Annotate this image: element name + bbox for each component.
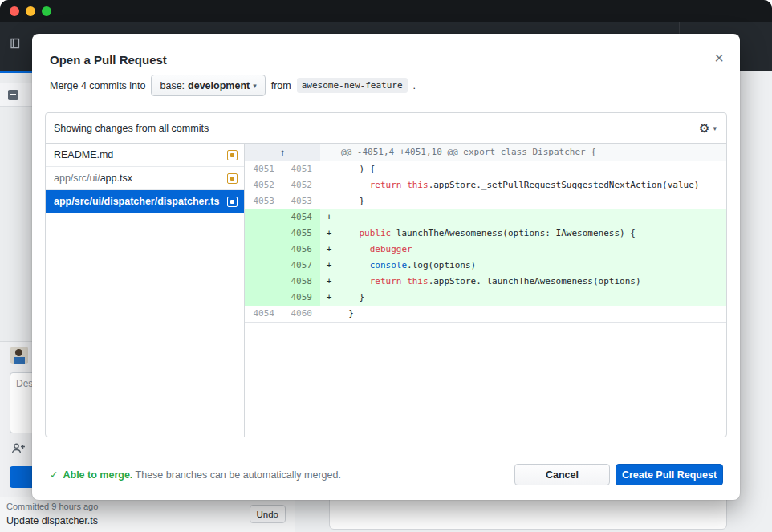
new-line-number: 4051 xyxy=(282,161,320,177)
modified-icon xyxy=(227,197,238,207)
diff-line: 40524052 return this.appStore._setPullRe… xyxy=(245,177,726,193)
zoom-window-button[interactable] xyxy=(42,6,51,16)
file-base: dispatcher.ts xyxy=(157,196,219,207)
new-line-number: 4055 xyxy=(282,225,320,242)
diff-marker: + xyxy=(320,290,338,306)
diff-options-button[interactable]: ⚙ ▾ xyxy=(699,122,717,134)
merge-status-text: Able to merge. xyxy=(63,469,132,481)
diff-marker: + xyxy=(320,258,338,274)
compare-branch-ref: awesome-new-feature xyxy=(297,78,408,93)
file-name: README.md xyxy=(54,149,221,160)
hunk-header: ↑ @@ -4051,4 +4051,10 @@ export class Di… xyxy=(245,144,726,161)
base-branch-button[interactable]: base: development ▾ xyxy=(151,75,265,96)
old-line-number xyxy=(245,274,282,290)
new-line-number: 4052 xyxy=(282,177,320,193)
old-line-number xyxy=(245,242,282,258)
footer-buttons: Cancel Create Pull Request xyxy=(514,464,723,485)
gear-icon: ⚙ xyxy=(699,122,709,134)
diff-lines: 40514051 ) {40524052 return this.appStor… xyxy=(245,161,726,323)
avatar xyxy=(10,347,28,364)
modified-icon xyxy=(227,150,238,160)
diff-code: public launchTheAwesomeness(options: IAw… xyxy=(338,225,726,242)
add-coauthor-icon[interactable] xyxy=(11,442,26,455)
diff-marker xyxy=(320,177,338,193)
diff-line: 4055+ public launchTheAwesomeness(option… xyxy=(245,225,726,242)
from-label: from xyxy=(271,80,291,91)
file-row[interactable]: app/src/ui/dispatcher/dispatcher.ts xyxy=(46,190,244,213)
commit-meta: Committed 9 hours ago xyxy=(6,502,98,511)
old-line-number xyxy=(245,225,282,242)
file-dir: app/src/ui/dispatcher/ xyxy=(54,196,157,207)
close-dialog-icon[interactable]: × xyxy=(714,50,724,66)
diff-marker: + xyxy=(320,209,338,225)
file-base: README.md xyxy=(54,149,113,160)
changes-panel: Showing changes from all commits ⚙ ▾ REA… xyxy=(45,112,727,437)
new-line-number: 4057 xyxy=(282,258,320,274)
file-row[interactable]: README.md xyxy=(46,144,244,167)
minimize-window-button[interactable] xyxy=(26,6,35,16)
old-line-number: 4054 xyxy=(245,306,282,322)
diff-marker: + xyxy=(320,225,338,242)
new-line-number: 4054 xyxy=(282,209,320,225)
merge-status-detail: These branches can be automatically merg… xyxy=(136,469,341,481)
panel-header-label: Showing changes from all commits xyxy=(54,123,209,134)
check-icon: ✓ xyxy=(50,469,58,481)
file-base: app.tsx xyxy=(100,173,132,184)
diff-code: ) { xyxy=(338,161,726,177)
diff-line: 40544060 } xyxy=(245,306,726,322)
diff-marker: + xyxy=(320,242,338,258)
close-window-button[interactable] xyxy=(10,6,19,16)
changes-panel-body: README.mdapp/src/ui/app.tsxapp/src/ui/di… xyxy=(46,144,726,437)
file-dir: app/src/ui/ xyxy=(54,173,100,184)
diff-line: 4059+ } xyxy=(245,290,726,306)
old-line-number: 4051 xyxy=(245,161,282,177)
merge-summary: Merge 4 commits into base: development ▾… xyxy=(50,75,722,96)
dialog-footer: ✓Able to merge. These branches can be au… xyxy=(32,449,740,500)
chevron-down-icon: ▾ xyxy=(713,124,717,132)
select-all-checkbox[interactable] xyxy=(8,90,18,100)
diff-code: return this.appStore._setPullRequestSugg… xyxy=(338,177,726,193)
titlebar xyxy=(0,0,772,22)
undo-commit-bar: Committed 9 hours ago Update dispatcher.… xyxy=(0,497,295,532)
create-pull-request-button[interactable]: Create Pull Request xyxy=(616,464,723,485)
diff-line: 4057+ console.log(options) xyxy=(245,258,726,274)
old-line-number: 4052 xyxy=(245,177,282,193)
diff-marker xyxy=(320,193,338,209)
diff-line: 40534053 } xyxy=(245,193,726,209)
diff-marker xyxy=(320,161,338,177)
old-line-number xyxy=(245,209,282,225)
undo-button[interactable]: Undo xyxy=(250,505,286,523)
base-branch-name: development xyxy=(188,80,250,91)
file-name: app/src/ui/dispatcher/dispatcher.ts xyxy=(54,196,221,207)
diff-marker: + xyxy=(320,274,338,290)
repo-icon xyxy=(9,37,22,50)
diff-line: 4056+ debugger xyxy=(245,242,726,258)
diff-code xyxy=(338,209,726,225)
file-name: app/src/ui/app.tsx xyxy=(54,173,221,184)
new-line-number: 4060 xyxy=(282,306,320,322)
diff-code: debugger xyxy=(338,242,726,258)
cancel-button[interactable]: Cancel xyxy=(514,464,610,485)
old-line-number xyxy=(245,258,282,274)
new-line-number: 4056 xyxy=(282,242,320,258)
diff-code: } xyxy=(338,290,726,306)
old-line-number: 4053 xyxy=(245,193,282,209)
merge-prefix: Merge 4 commits into xyxy=(50,80,145,91)
diff-code: console.log(options) xyxy=(338,258,726,274)
expand-hunk-button[interactable]: ↑ xyxy=(245,144,320,161)
diff-code: } xyxy=(338,193,726,209)
diff-line: 4058+ return this.appStore._launchTheAwe… xyxy=(245,274,726,290)
diff-code: } xyxy=(338,306,726,322)
diff-line: 4054+ xyxy=(245,209,726,225)
diff-code: return this.appStore._launchTheAwesomene… xyxy=(338,274,726,290)
app-window: Desc Committed 9 hours ago Update dispat… xyxy=(0,0,772,532)
diff-marker xyxy=(320,306,338,322)
new-line-number: 4053 xyxy=(282,193,320,209)
merge-suffix: . xyxy=(413,80,416,91)
hunk-header-text: @@ -4051,4 +4051,10 @@ export class Disp… xyxy=(320,144,726,161)
chevron-down-icon: ▾ xyxy=(253,82,257,90)
file-row[interactable]: app/src/ui/app.tsx xyxy=(46,167,244,190)
commit-message: Update dispatcher.ts xyxy=(6,515,98,526)
file-list: README.mdapp/src/ui/app.tsxapp/src/ui/di… xyxy=(46,144,245,437)
expand-up-icon: ↑ xyxy=(279,147,285,158)
